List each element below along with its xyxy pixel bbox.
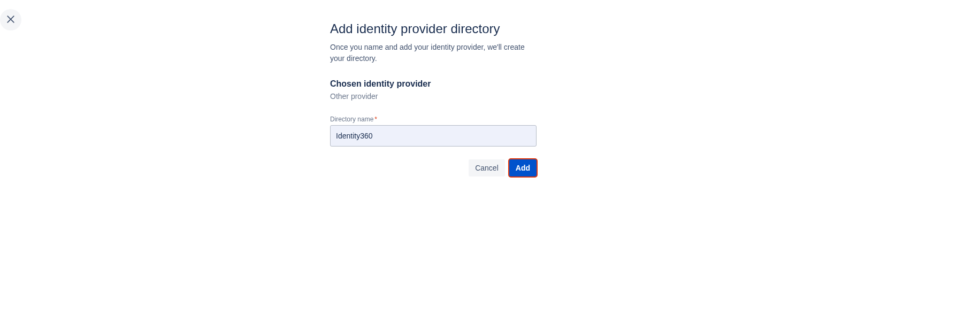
required-indicator: * — [374, 116, 377, 123]
button-row: Cancel Add — [330, 159, 537, 176]
dialog-content: Add identity provider directory Once you… — [330, 21, 537, 176]
chosen-provider-label: Chosen identity provider — [330, 79, 537, 89]
close-button[interactable] — [0, 9, 21, 30]
directory-name-input[interactable] — [330, 125, 537, 147]
page-title: Add identity provider directory — [330, 21, 537, 36]
chosen-provider-value: Other provider — [330, 92, 537, 101]
directory-name-label: Directory name* — [330, 116, 537, 123]
cancel-button[interactable]: Cancel — [469, 159, 505, 176]
add-button[interactable]: Add — [509, 159, 537, 176]
close-icon — [5, 14, 16, 26]
page-subtitle: Once you name and add your identity prov… — [330, 42, 537, 64]
